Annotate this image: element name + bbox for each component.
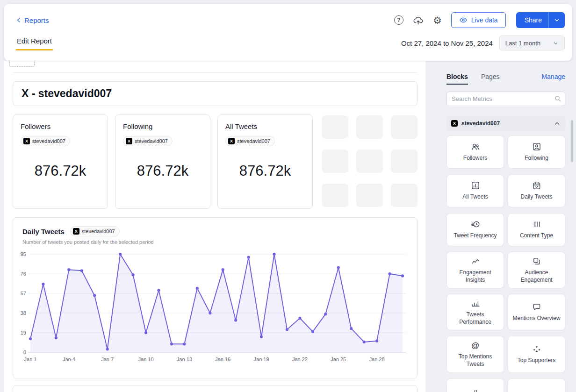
metric-value: 876.72k	[123, 146, 202, 201]
daily-tweets-icon	[532, 181, 541, 190]
date-range-text: Oct 27, 2024 to Nov 25, 2024	[401, 39, 493, 47]
next-block-partial	[13, 385, 418, 392]
placeholder-block[interactable]	[391, 184, 418, 207]
daily-tweets-card[interactable]: Daily Tweets X stevedavid007 Number of t…	[13, 217, 418, 378]
svg-text:0: 0	[23, 349, 26, 355]
tab-blocks[interactable]: Blocks	[446, 73, 468, 85]
chart-title: Daily Tweets	[22, 228, 65, 235]
metric-block-label: Followers	[463, 155, 487, 162]
cloud-upload-icon[interactable]	[413, 15, 424, 26]
svg-text:95: 95	[21, 251, 26, 257]
placeholder-block[interactable]	[356, 150, 383, 173]
svg-text:Jan 7: Jan 7	[101, 356, 114, 362]
followers-icon	[471, 142, 480, 151]
blocks-sidebar: Blocks Pages Manage X stevedavid007 Foll…	[446, 61, 565, 392]
placeholder-block[interactable]	[391, 150, 418, 173]
x-logo-icon: X	[126, 138, 132, 144]
audience-engagement-icon	[532, 257, 541, 266]
back-link-label: Reports	[24, 16, 49, 24]
metric-block-followers[interactable]: Followers	[446, 135, 504, 169]
x-logo-icon: X	[451, 120, 458, 127]
daily-tweets-chart: 01938577695Jan 1Jan 4Jan 7Jan 10Jan 13Ja…	[19, 249, 411, 366]
placeholder-block[interactable]	[322, 150, 348, 173]
account-pill: X stevedavid007	[70, 226, 120, 236]
metric-block-following[interactable]: Following	[508, 135, 565, 169]
search-metrics-input[interactable]	[446, 92, 565, 106]
metric-block-label: Daily Tweets	[521, 193, 553, 201]
scrollbar-thumb[interactable]	[571, 120, 573, 162]
account-handle: stevedavid007	[82, 228, 115, 234]
metric-block-label: Content Type	[520, 232, 553, 240]
account-handle: stevedavid007	[135, 138, 168, 144]
placeholder-block[interactable]	[322, 184, 348, 207]
metric-block-label: Top Supporters	[518, 357, 555, 364]
svg-text:19: 19	[21, 330, 26, 335]
manage-link[interactable]: Manage	[541, 73, 565, 80]
svg-text:Jan 16: Jan 16	[215, 356, 230, 362]
share-button[interactable]: Share	[516, 12, 565, 28]
svg-text:Jan 4: Jan 4	[63, 356, 75, 362]
tweet-frequency-icon	[471, 220, 480, 229]
metric-block-engagement-insights[interactable]: Engagement Insights	[446, 252, 504, 288]
all-tweets-icon	[471, 181, 480, 190]
metric-block-label: Engagement Insights	[451, 269, 500, 284]
metric-block-label: Mentions Overview	[512, 315, 560, 322]
chevron-up-icon[interactable]	[554, 120, 561, 127]
metric-card-followers[interactable]: Followers X stevedavid007 876.72k	[13, 114, 108, 209]
metric-block-daily-tweets[interactable]: Daily Tweets	[508, 174, 565, 207]
metric-block-mentions-overview[interactable]: Mentions Overview	[508, 294, 565, 330]
period-dropdown[interactable]: Last 1 month	[499, 36, 565, 50]
metrics-row: Followers X stevedavid007 876.72k Follow…	[13, 114, 418, 209]
following-icon	[532, 142, 541, 151]
tab-edit-report[interactable]: Edit Report	[16, 36, 53, 50]
eye-icon	[459, 16, 468, 24]
placeholder-grid	[320, 114, 418, 209]
report-title-block[interactable]: X - stevedavid007	[13, 81, 418, 106]
placeholder-block[interactable]	[322, 115, 348, 139]
help-icon[interactable]: ?	[394, 15, 403, 25]
mentions-overview-icon	[532, 302, 541, 312]
share-dropdown-toggle[interactable]	[548, 12, 565, 28]
back-to-reports-link[interactable]: Reports	[15, 16, 49, 24]
metric-block-partial[interactable]: #	[446, 378, 504, 392]
top-mentions-icon: @	[471, 341, 479, 350]
account-pill: X stevedavid007	[225, 136, 275, 146]
metric-block-label: Audience Engagement	[512, 269, 561, 284]
metric-block-partial[interactable]	[508, 378, 565, 392]
svg-text:Jan 13: Jan 13	[177, 356, 192, 362]
live-data-button[interactable]: Live data	[451, 12, 506, 28]
placeholder-block[interactable]	[356, 184, 383, 207]
tab-pages[interactable]: Pages	[481, 73, 500, 84]
metric-block-all-tweets[interactable]: All Tweets	[446, 174, 504, 207]
share-label: Share	[516, 12, 548, 28]
account-section-header[interactable]: X stevedavid007	[446, 116, 565, 131]
metric-block-tweet-frequency[interactable]: Tweet Frequency	[446, 213, 504, 246]
account-handle: stevedavid007	[237, 138, 270, 144]
metric-block-audience-engagement[interactable]: Audience Engagement	[508, 252, 565, 288]
hashtag-icon: #	[473, 389, 477, 392]
settings-gear-icon[interactable]: ⚙	[433, 15, 442, 25]
metric-block-content-type[interactable]: Content Type	[508, 213, 565, 246]
metric-block-top-supporters[interactable]: Top Supporters	[508, 336, 565, 372]
metric-card-title: Following	[123, 122, 202, 130]
metric-card-following[interactable]: Following X stevedavid007 876.72k	[115, 114, 210, 209]
metric-blocks-grid: FollowersFollowingAll TweetsDaily Tweets…	[446, 135, 565, 392]
search-icon	[554, 95, 562, 102]
top-supporters-icon	[532, 344, 541, 354]
metric-block-top-mentions-tweets[interactable]: @Top Mentions Tweets	[446, 336, 504, 372]
drop-placeholder	[9, 61, 35, 67]
period-dropdown-value: Last 1 month	[505, 40, 540, 47]
topbar: Reports ? ⚙ Live data Share Edit Report …	[4, 4, 572, 61]
svg-text:Jan 10: Jan 10	[138, 356, 154, 362]
placeholder-block[interactable]	[391, 115, 418, 139]
chart-subtitle: Number of tweets you posted daily for th…	[13, 237, 417, 245]
placeholder-block[interactable]	[356, 115, 383, 139]
svg-text:38: 38	[21, 310, 26, 316]
chevron-down-icon	[553, 40, 559, 46]
metric-card-all-tweets[interactable]: All Tweets X stevedavid007 876.72k	[217, 114, 313, 209]
metric-block-tweets-performance[interactable]: Tweets Performance	[446, 294, 504, 330]
svg-text:Jan 25: Jan 25	[331, 356, 346, 362]
svg-text:Jan 1: Jan 1	[24, 356, 37, 362]
x-logo-icon: X	[23, 138, 30, 144]
svg-text:76: 76	[21, 271, 26, 277]
